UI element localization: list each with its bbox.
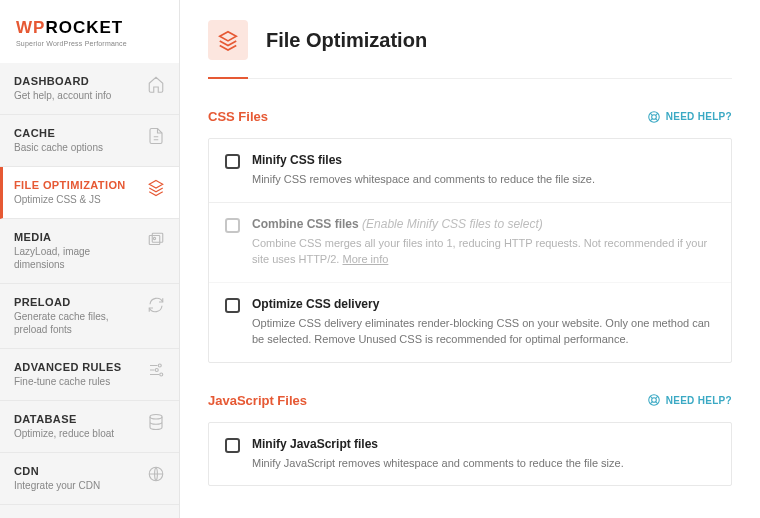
nav-title: CDN (14, 465, 141, 477)
logo-part2: ROCKET (45, 18, 123, 37)
sidebar-item-preload[interactable]: PRELOAD Generate cache files, preload fo… (0, 284, 179, 349)
nav-sub: Optimize, reduce bloat (14, 427, 141, 440)
option-minify-js: Minify JavaScript files Minify JavaScrip… (209, 423, 731, 486)
nav-sub: Integrate your CDN (14, 479, 141, 492)
sidebar-item-cache[interactable]: CACHE Basic cache options (0, 115, 179, 167)
help-label: NEED HELP? (666, 395, 732, 406)
layers-icon (147, 179, 165, 197)
nav-title: PRELOAD (14, 296, 141, 308)
checkbox-optimize-css[interactable] (225, 298, 240, 313)
svg-point-4 (155, 369, 158, 372)
main-content: File Optimization CSS Files NEED HELP? M… (180, 0, 760, 518)
option-title: Minify CSS files (252, 153, 595, 167)
sidebar-item-media[interactable]: MEDIA LazyLoad, image dimensions (0, 219, 179, 284)
svg-point-5 (160, 373, 163, 376)
sidebar-item-database[interactable]: DATABASE Optimize, reduce bloat (0, 401, 179, 453)
option-combine-css: Combine CSS files (Enable Minify CSS fil… (209, 203, 731, 283)
sidebar-item-dashboard[interactable]: DASHBOARD Get help, account info (0, 63, 179, 115)
sliders-icon (147, 361, 165, 379)
refresh-icon (147, 296, 165, 314)
nav-sub: LazyLoad, image dimensions (14, 245, 141, 271)
option-desc: Minify CSS removes whitespace and commen… (252, 171, 595, 188)
page-title: File Optimization (266, 29, 427, 52)
nav-title: FILE OPTIMIZATION (14, 179, 141, 191)
sidebar-item-cdn[interactable]: CDN Integrate your CDN (0, 453, 179, 505)
logo: WPROCKET Superior WordPress Performance (0, 0, 179, 63)
lifebuoy-icon (647, 393, 661, 407)
sidebar-item-file-optimization[interactable]: FILE OPTIMIZATION Optimize CSS & JS (0, 167, 179, 219)
section-title-js: JavaScript Files (208, 393, 307, 408)
nav-sub: Optimize CSS & JS (14, 193, 141, 206)
need-help-link[interactable]: NEED HELP? (647, 110, 732, 124)
nav-sub: Get help, account info (14, 89, 141, 102)
checkbox-minify-css[interactable] (225, 154, 240, 169)
option-title: Optimize CSS delivery (252, 297, 715, 311)
section-js: JavaScript Files NEED HELP? Minify JavaS… (208, 393, 732, 487)
need-help-link[interactable]: NEED HELP? (647, 393, 732, 407)
images-icon (147, 231, 165, 249)
nav-title: MEDIA (14, 231, 141, 243)
page-header: File Optimization (208, 20, 732, 79)
nav-sub: Fine-tune cache rules (14, 375, 141, 388)
more-info-link[interactable]: More info (342, 253, 388, 265)
sidebar: WPROCKET Superior WordPress Performance … (0, 0, 180, 518)
svg-point-11 (651, 398, 656, 403)
nav-title: CACHE (14, 127, 141, 139)
option-optimize-css-delivery: Optimize CSS delivery Optimize CSS deliv… (209, 283, 731, 362)
globe-icon (147, 465, 165, 483)
header-layers-icon (208, 20, 248, 60)
option-desc: Combine CSS merges all your files into 1… (252, 235, 715, 268)
option-desc: Minify JavaScript removes whitespace and… (252, 455, 624, 472)
checkbox-minify-js[interactable] (225, 438, 240, 453)
svg-point-6 (150, 415, 162, 420)
home-icon (147, 75, 165, 93)
logo-tagline: Superior WordPress Performance (16, 40, 163, 47)
lifebuoy-icon (647, 110, 661, 124)
document-icon (147, 127, 165, 145)
nav-title: DATABASE (14, 413, 141, 425)
logo-part1: WP (16, 18, 45, 37)
help-label: NEED HELP? (666, 111, 732, 122)
svg-point-9 (651, 114, 656, 119)
option-desc: Optimize CSS delivery eliminates render-… (252, 315, 715, 348)
svg-point-2 (153, 237, 155, 239)
option-title: Combine CSS files (Enable Minify CSS fil… (252, 217, 715, 231)
nav-sub: Basic cache options (14, 141, 141, 154)
sidebar-item-advanced-rules[interactable]: ADVANCED RULES Fine-tune cache rules (0, 349, 179, 401)
nav-title: DASHBOARD (14, 75, 141, 87)
option-note: (Enable Minify CSS files to select) (362, 217, 543, 231)
js-options: Minify JavaScript files Minify JavaScrip… (208, 422, 732, 487)
nav-title: ADVANCED RULES (14, 361, 141, 373)
css-options: Minify CSS files Minify CSS removes whit… (208, 138, 732, 363)
section-title-css: CSS Files (208, 109, 268, 124)
option-minify-css: Minify CSS files Minify CSS removes whit… (209, 139, 731, 203)
section-css: CSS Files NEED HELP? Minify CSS files Mi… (208, 109, 732, 363)
svg-point-3 (158, 364, 161, 367)
checkbox-combine-css (225, 218, 240, 233)
database-icon (147, 413, 165, 431)
option-title: Minify JavaScript files (252, 437, 624, 451)
nav-sub: Generate cache files, preload fonts (14, 310, 141, 336)
